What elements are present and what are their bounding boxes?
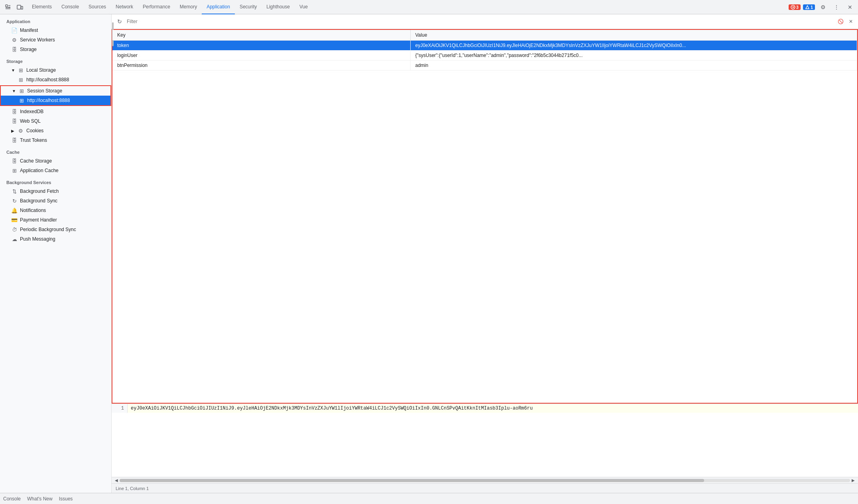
sidebar: Application 📄 Manifest ⚙ Service Workers… [0,14,112,493]
inspect-icon[interactable] [2,2,14,13]
info-badge: 1 [803,4,815,10]
sidebar-item-local-storage[interactable]: ▼ ⊞ Local Storage [0,65,111,75]
tab-security[interactable]: Security [235,0,262,14]
local-storage-url-icon: ⊞ [18,77,24,83]
notifications-icon: 🔔 [11,208,18,214]
storage-table: Key Value token eyJ0eXAiOiJKV1QiLCJhbGci… [112,30,857,71]
svg-text:✕: ✕ [791,6,794,9]
table-row[interactable]: token eyJ0eXAiOiJKV1QiLCJhbGciOiJIUzI1Ni… [112,41,857,51]
local-storage-icon: ⊞ [18,67,24,73]
tab-network[interactable]: Network [111,0,138,14]
sidebar-item-payment-handler[interactable]: 💳 Payment Handler [0,215,111,225]
status-bar: Line 1, Column 1 [112,483,858,493]
tab-lighthouse[interactable]: Lighthouse [262,0,295,14]
sidebar-item-session-storage[interactable]: ▼ ⊞ Session Storage [1,86,110,96]
table-header-row: Key Value [112,30,857,41]
sidebar-item-local-storage-url[interactable]: ⊞ http://localhost:8888 [0,75,111,84]
application-cache-icon: ⊞ [11,168,18,174]
scroll-left-arrow[interactable]: ◀ [113,477,120,484]
sidebar-item-application-cache[interactable]: ⊞ Application Cache [0,166,111,175]
close-devtools-icon[interactable]: ✕ [844,2,856,13]
horizontal-scrollbar[interactable]: ◀ ▶ [112,477,858,483]
manifest-icon: 📄 [11,27,18,33]
sidebar-item-storage[interactable]: 🗄 Storage [0,45,111,54]
column-header-key: Key [112,30,410,41]
storage-table-wrapper: Key Value token eyJ0eXAiOiJKV1QiLCJhbGci… [112,29,858,404]
sidebar-item-bg-sync[interactable]: ↻ Background Sync [0,196,111,206]
trust-tokens-icon: 🗄 [11,137,18,143]
expand-arrow-cookies: ▶ [11,129,15,133]
sidebar-item-session-storage-url[interactable]: ⊞ http://localhost:8888 [1,96,110,105]
sidebar-item-bg-fetch[interactable]: ⇅ Background Fetch [0,186,111,196]
filter-clear-button[interactable]: 🚫 [836,18,844,25]
devtools-window: Elements Console Sources Network Perform… [0,0,858,504]
sidebar-item-service-workers[interactable]: ⚙ Service Workers [0,35,111,45]
sidebar-item-manifest[interactable]: 📄 Manifest [0,25,111,35]
filter-x-button[interactable]: ✕ [847,18,855,25]
value-preview: 1 eyJ0eXAiOiJKV1QiLCJhbGciOiJIUzI1NiJ9.e… [112,404,858,483]
session-storage-icon: ⊞ [18,88,25,94]
content-area: ↻ 🚫 ✕ Key Value token [112,14,858,493]
main-area: Application 📄 Manifest ⚙ Service Workers… [0,14,858,493]
tab-console[interactable]: Console [57,0,84,14]
tab-vue[interactable]: Vue [295,0,313,14]
filter-input[interactable] [127,19,834,24]
sidebar-item-websql[interactable]: 🗄 Web SQL [0,116,111,126]
row-value-btnpermission: admin [410,61,857,71]
table-body: token eyJ0eXAiOiJKV1QiLCJhbGciOiJIUzI1Ni… [112,41,857,71]
session-storage-url-icon: ⊞ [18,98,25,104]
tab-sources[interactable]: Sources [84,0,111,14]
column-header-value: Value [410,30,857,41]
row-value-loginuser: {"sysUser":{"userId":1,"userName":"admin… [410,51,857,61]
scroll-right-arrow[interactable]: ▶ [850,477,856,484]
bg-fetch-icon: ⇅ [11,188,18,194]
expand-arrow-local: ▼ [11,68,15,73]
line-number: 1 [112,404,128,413]
line-content: eyJ0eXAiOiJKV1QiLCJhbGciOiJIUzI1NiJ9.eyJ… [128,404,858,413]
cache-storage-icon: 🗄 [11,158,18,164]
preview-content: 1 eyJ0eXAiOiJKV1QiLCJhbGciOiJIUzI1NiJ9.e… [112,404,858,477]
sidebar-item-indexeddb[interactable]: 🗄 IndexedDB [0,107,111,116]
storage-icon: 🗄 [11,47,18,53]
scrollbar-thumb [120,479,704,482]
filter-bar: ↻ 🚫 ✕ [112,14,858,29]
sidebar-item-trust-tokens[interactable]: 🗄 Trust Tokens [0,135,111,145]
sidebar-section-cache: Cache [0,147,111,156]
websql-icon: 🗄 [11,118,18,124]
more-options-icon[interactable]: ⋮ [831,2,842,13]
error-badge: ✕ 3 [789,4,801,10]
top-tab-bar: Elements Console Sources Network Perform… [0,0,858,14]
bottom-tab-console[interactable]: Console [3,494,21,503]
tab-application[interactable]: Application [202,0,235,14]
indexeddb-icon: 🗄 [11,109,18,115]
toolbar-icons [2,2,26,13]
preview-line-1: 1 eyJ0eXAiOiJKV1QiLCJhbGciOiJIUzI1NiJ9.e… [112,404,858,413]
settings-icon[interactable]: ⚙ [817,2,828,13]
tab-performance[interactable]: Performance [138,0,175,14]
sidebar-item-notifications[interactable]: 🔔 Notifications [0,206,111,215]
sidebar-item-push-messaging[interactable]: ☁ Push Messaging [0,234,111,244]
refresh-button[interactable]: ↻ [115,17,124,26]
sidebar-section-application: Application [0,16,111,25]
main-tab-bar: Elements Console Sources Network Perform… [27,0,787,14]
bottom-tab-whats-new[interactable]: What's New [27,494,53,503]
service-workers-icon: ⚙ [11,37,18,43]
svg-rect-1 [17,5,21,9]
payment-handler-icon: 💳 [11,217,18,223]
tab-right-controls: ✕ 3 1 ⚙ ⋮ ✕ [789,2,856,13]
scrollbar-track[interactable] [120,479,850,482]
bottom-tab-issues[interactable]: Issues [59,494,73,503]
svg-rect-0 [6,5,8,7]
row-key-btnpermission: btnPermission [112,61,410,71]
tab-elements[interactable]: Elements [27,0,57,14]
sidebar-section-background: Background Services [0,177,111,186]
tab-memory[interactable]: Memory [175,0,202,14]
table-row[interactable]: loginUser {"sysUser":{"userId":1,"userNa… [112,51,857,61]
sidebar-item-periodic-bg-sync[interactable]: ⏱ Periodic Background Sync [0,225,111,234]
row-key-token: token [112,41,410,51]
device-toggle-icon[interactable] [14,2,26,13]
sidebar-item-cookies[interactable]: ▶ ⚙ Cookies [0,126,111,135]
sidebar-item-cache-storage[interactable]: 🗄 Cache Storage [0,156,111,166]
table-row[interactable]: btnPermission admin [112,61,857,71]
push-messaging-icon: ☁ [11,236,18,242]
